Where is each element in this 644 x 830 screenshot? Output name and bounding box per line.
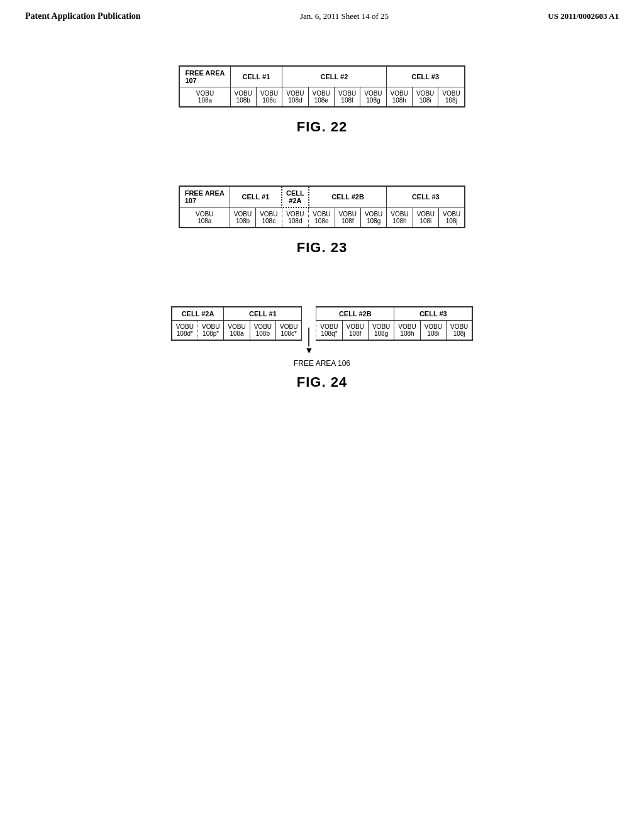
fig22-vobu-108b: VOBU108b bbox=[230, 87, 256, 108]
fig23-vobu-108a: VOBU108a bbox=[179, 208, 230, 228]
fig24-left-table: CELL #2A CELL #1 VOBU108d* VOBU108p* VOB… bbox=[171, 306, 303, 341]
fig24-left-header: CELL #2A CELL #1 bbox=[172, 307, 302, 321]
fig23-free-area: FREE AREA107 bbox=[179, 186, 230, 208]
fig22-cell2-header: CELL #2 bbox=[282, 66, 386, 87]
fig24-vobu-108j: VOBU108j bbox=[446, 321, 472, 341]
fig24-vobu-108d-star: VOBU108d* bbox=[172, 321, 198, 341]
fig23-vobu-108f: VOBU108f bbox=[335, 208, 360, 228]
fig23-label: FIG. 23 bbox=[38, 240, 606, 256]
fig22-vobu-108g: VOBU108g bbox=[360, 87, 386, 108]
fig24-arrow-line bbox=[308, 328, 309, 346]
fig22-header-row: FREE AREA107 CELL #1 CELL #2 CELL #3 bbox=[179, 66, 464, 87]
fig22-vobu-108a: VOBU108a bbox=[179, 87, 230, 108]
fig22-cell3-header: CELL #3 bbox=[386, 66, 465, 87]
fig23-vobu-108e: VOBU108e bbox=[309, 208, 335, 228]
fig23-vobu-108b: VOBU108b bbox=[230, 208, 255, 228]
fig23-vobu-108h: VOBU108h bbox=[387, 208, 413, 228]
fig24-vobu-108b: VOBU108b bbox=[250, 321, 275, 341]
fig24-cell3-header: CELL #3 bbox=[394, 307, 473, 321]
figure-23-container: FREE AREA107 CELL #1 CELL#2A CELL #2B CE… bbox=[0, 173, 644, 268]
fig23-vobu-108d: VOBU108d bbox=[282, 208, 309, 228]
fig23-vobu-108c: VOBU108c bbox=[256, 208, 282, 228]
fig23-cell2a-header: CELL#2A bbox=[282, 186, 309, 208]
fig24-tables-wrapper: CELL #2A CELL #1 VOBU108d* VOBU108p* VOB… bbox=[38, 306, 606, 355]
fig22-vobu-108e: VOBU108e bbox=[308, 87, 334, 108]
fig24-cell1-header: CELL #1 bbox=[224, 307, 302, 321]
fig23-cell3-header: CELL #3 bbox=[387, 186, 465, 208]
fig24-vobu-108g: VOBU108g bbox=[368, 321, 394, 341]
fig23-data-row: VOBU108a VOBU108b VOBU108c VOBU108d VOBU… bbox=[179, 208, 465, 228]
fig22-vobu-108d: VOBU108d bbox=[282, 87, 308, 108]
fig24-free-area-label: FREE AREA 106 bbox=[38, 359, 606, 368]
fig24-vobu-108i: VOBU108i bbox=[420, 321, 446, 341]
fig24-vobu-108p-star: VOBU108p* bbox=[198, 321, 224, 341]
header-right: US 2011/0002603 A1 bbox=[548, 11, 619, 21]
fig24-arrow-head: ▼ bbox=[304, 346, 313, 355]
header-left: Patent Application Publication bbox=[25, 11, 141, 21]
fig24-vobu-108q-star: VOBU108q* bbox=[316, 321, 342, 341]
figure-24-container: CELL #2A CELL #1 VOBU108d* VOBU108p* VOB… bbox=[0, 294, 644, 403]
fig22-vobu-108h: VOBU108h bbox=[386, 87, 412, 108]
fig22-vobu-108f: VOBU108f bbox=[334, 87, 360, 108]
fig22-table: FREE AREA107 CELL #1 CELL #2 CELL #3 VOB… bbox=[179, 65, 465, 108]
fig23-cell1-header: CELL #1 bbox=[230, 186, 282, 208]
header-center: Jan. 6, 2011 Sheet 14 of 25 bbox=[300, 11, 389, 21]
fig22-label: FIG. 22 bbox=[38, 119, 606, 135]
fig24-right-data: VOBU108q* VOBU108f VOBU108g VOBU108h VOB… bbox=[316, 321, 473, 341]
fig22-data-row: VOBU108a VOBU108b VOBU108c VOBU108d VOBU… bbox=[179, 87, 464, 108]
fig22-free-area: FREE AREA107 bbox=[179, 66, 230, 87]
fig22-vobu-108j: VOBU108j bbox=[438, 87, 465, 108]
fig24-arrow-area: ▼ bbox=[304, 306, 313, 355]
fig23-header-row: FREE AREA107 CELL #1 CELL#2A CELL #2B CE… bbox=[179, 186, 465, 208]
fig24-cell2a-header: CELL #2A bbox=[172, 307, 224, 321]
figure-22-container: FREE AREA107 CELL #1 CELL #2 CELL #3 VOB… bbox=[0, 53, 644, 148]
fig24-cell2b-header: CELL #2B bbox=[316, 307, 394, 321]
fig23-table: FREE AREA107 CELL #1 CELL#2A CELL #2B CE… bbox=[179, 185, 466, 228]
fig24-right-header: CELL #2B CELL #3 bbox=[316, 307, 473, 321]
fig22-vobu-108i: VOBU108i bbox=[412, 87, 438, 108]
fig23-vobu-108j: VOBU108j bbox=[438, 208, 465, 228]
fig24-label: FIG. 24 bbox=[38, 374, 606, 390]
fig23-cell2b-header: CELL #2B bbox=[309, 186, 387, 208]
page-header: Patent Application Publication Jan. 6, 2… bbox=[0, 0, 644, 28]
fig22-vobu-108c: VOBU108c bbox=[256, 87, 282, 108]
fig24-vobu-108h: VOBU108h bbox=[394, 321, 420, 341]
fig23-vobu-108g: VOBU108g bbox=[360, 208, 386, 228]
fig24-left-data: VOBU108d* VOBU108p* VOBU108a VOBU108b VO… bbox=[172, 321, 302, 341]
fig22-cell1-header: CELL #1 bbox=[230, 66, 282, 87]
fig23-vobu-108i: VOBU108i bbox=[413, 208, 438, 228]
fig24-vobu-108f: VOBU108f bbox=[342, 321, 368, 341]
fig24-right-table: CELL #2B CELL #3 VOBU108q* VOBU108f VOBU… bbox=[316, 306, 473, 341]
fig24-vobu-108a: VOBU108a bbox=[224, 321, 250, 341]
fig24-vobu-108c-star: VOBU108c* bbox=[276, 321, 302, 341]
